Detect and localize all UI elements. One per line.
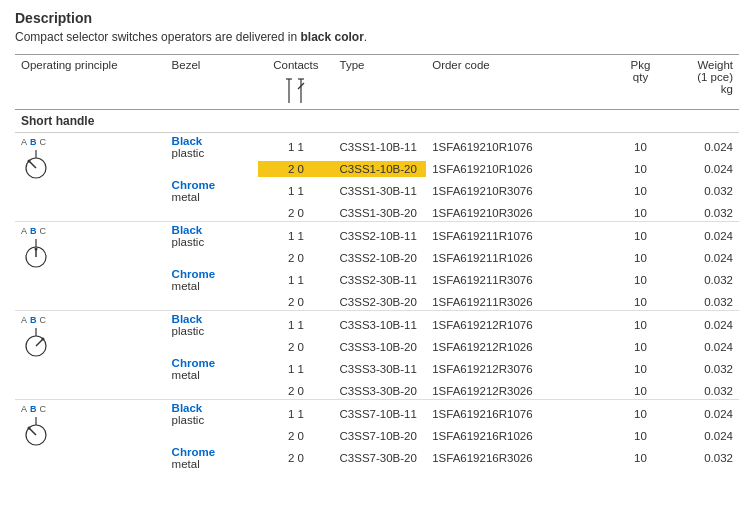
contacts-cell: 1 1 [258, 266, 333, 294]
type-cell: C3SS7-30B-20 [334, 444, 427, 472]
type-cell: C3SS2-30B-11 [334, 266, 427, 294]
weight-cell: 0.024 [669, 250, 739, 266]
type-cell: C3SS7-10B-11 [334, 400, 427, 429]
type-cell: C3SS3-10B-11 [334, 311, 427, 340]
contacts-cell: 2 0 [258, 383, 333, 400]
pkg-cell: 10 [612, 161, 670, 177]
weight-cell: 0.032 [669, 266, 739, 294]
weight-cell: 0.032 [669, 383, 739, 400]
pkg-cell: 10 [612, 133, 670, 162]
weight-cell: 0.032 [669, 205, 739, 222]
bezel-cell: Blackplastic [166, 222, 259, 251]
icon-label: A B C [21, 315, 160, 325]
table-row: A B C Blackplastic1 1C3SS1-10B-111SFA619… [15, 133, 739, 162]
type-cell: C3SS1-30B-11 [334, 177, 427, 205]
pkg-cell: 10 [612, 444, 670, 472]
contacts-cell: 2 0 [258, 294, 333, 311]
type-cell: C3SS3-10B-20 [334, 339, 427, 355]
weight-cell: 0.024 [669, 133, 739, 162]
op-cell: A B C [15, 133, 166, 222]
bezel-subtext: metal [172, 458, 200, 470]
contacts-cell: 1 1 [258, 133, 333, 162]
pkg-cell: 10 [612, 177, 670, 205]
contacts-symbol [264, 75, 327, 105]
pkg-cell: 10 [612, 428, 670, 444]
weight-cell: 0.032 [669, 177, 739, 205]
order-cell: 1SFA619216R1076 [426, 400, 611, 429]
table-row: A B C Blackplastic1 1C3SS7-10B-111SFA619… [15, 400, 739, 429]
pkg-cell: 10 [612, 383, 670, 400]
pkg-cell: 10 [612, 400, 670, 429]
type-cell: C3SS2-10B-11 [334, 222, 427, 251]
contacts-cell: 2 0 [258, 428, 333, 444]
pkg-cell: 10 [612, 311, 670, 340]
contacts-cell: 1 1 [258, 355, 333, 383]
contacts-cell: 1 1 [258, 177, 333, 205]
order-cell: 1SFA619211R1076 [426, 222, 611, 251]
bezel-text: Chromemetal [172, 179, 215, 203]
svg-point-16 [42, 338, 45, 341]
op-icon-svg [21, 415, 51, 447]
bezel-cell [166, 294, 259, 311]
description-prefix: Compact selector switches operators are … [15, 30, 300, 44]
order-cell: 1SFA619212R1026 [426, 339, 611, 355]
weight-cell: 0.024 [669, 400, 739, 429]
order-cell: 1SFA619210R3076 [426, 177, 611, 205]
op-cell: A B C [15, 311, 166, 400]
order-cell: 1SFA619210R3026 [426, 205, 611, 222]
icon-label: A B C [21, 226, 160, 236]
table-header-row: Operating principle Bezel Contacts [15, 55, 739, 110]
section-title: Short handle [15, 110, 739, 133]
pkg-cell: 10 [612, 355, 670, 383]
op-icon-svg [21, 326, 51, 358]
table-row: A B C Blackplastic1 1C3SS2-10B-111SFA619… [15, 222, 739, 251]
product-table: Operating principle Bezel Contacts [15, 54, 739, 472]
bezel-subtext: metal [172, 191, 200, 203]
header-order: Order code [426, 55, 611, 110]
order-cell: 1SFA619210R1026 [426, 161, 611, 177]
contacts-cell: 2 0 [258, 339, 333, 355]
type-cell: C3SS7-10B-20 [334, 428, 427, 444]
contacts-cell: 1 1 [258, 311, 333, 340]
bezel-cell: Chromemetal [166, 355, 259, 383]
icon-label: A B C [21, 137, 160, 147]
weight-cell: 0.024 [669, 222, 739, 251]
bezel-cell [166, 250, 259, 266]
header-contacts: Contacts [258, 55, 333, 110]
pkg-cell: 10 [612, 222, 670, 251]
bezel-subtext: metal [172, 280, 200, 292]
bezel-text: Chromemetal [172, 357, 215, 381]
pkg-cell: 10 [612, 205, 670, 222]
order-cell: 1SFA619216R1026 [426, 428, 611, 444]
weight-unit: kg [721, 83, 733, 95]
contacts-header-text: Contacts [264, 59, 327, 71]
type-cell: C3SS2-10B-20 [334, 250, 427, 266]
bezel-cell: Blackplastic [166, 400, 259, 429]
bezel-cell [166, 383, 259, 400]
weight-cell: 0.024 [669, 311, 739, 340]
bezel-cell [166, 205, 259, 222]
order-cell: 1SFA619210R1076 [426, 133, 611, 162]
svg-point-12 [35, 248, 38, 251]
svg-point-8 [28, 160, 31, 163]
type-cell: C3SS1-30B-20 [334, 205, 427, 222]
type-cell: C3SS2-30B-20 [334, 294, 427, 311]
description-title: Description [15, 10, 739, 26]
contacts-cell: 1 1 [258, 400, 333, 429]
description-section: Description Compact selector switches op… [15, 10, 739, 44]
bezel-text: Blackplastic [172, 313, 205, 337]
bezel-text: Blackplastic [172, 402, 205, 426]
header-type: Type [334, 55, 427, 110]
order-cell: 1SFA619211R3026 [426, 294, 611, 311]
bezel-cell: Blackplastic [166, 133, 259, 162]
bezel-text: Chromemetal [172, 446, 215, 470]
bezel-cell [166, 161, 259, 177]
header-op: Operating principle [15, 55, 166, 110]
bezel-subtext: metal [172, 369, 200, 381]
bezel-text: Blackplastic [172, 135, 205, 159]
bezel-cell: Chromemetal [166, 177, 259, 205]
icon-label: A B C [21, 404, 160, 414]
order-cell: 1SFA619212R1076 [426, 311, 611, 340]
bezel-subtext: plastic [172, 236, 205, 248]
contacts-cell: 2 0 [258, 250, 333, 266]
